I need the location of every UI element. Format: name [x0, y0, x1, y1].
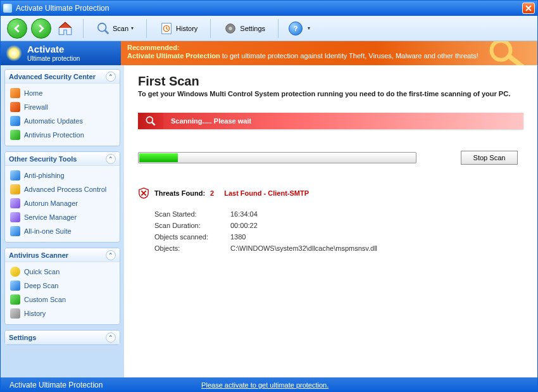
chevron-up-icon: ⌃ [106, 154, 116, 164]
stat-row: Objects:C:\WINDOWS\system32\dllcache\msp… [154, 244, 523, 252]
dropdown-arrow-icon: ▾ [308, 25, 310, 31]
updates-icon [10, 116, 20, 126]
sidebar-item-firewall[interactable]: Firewall [8, 100, 117, 114]
main: Advanced Security Center ⌃ Home Firewall… [1, 65, 537, 377]
progress-fill [139, 153, 178, 162]
content: First Scan To get your Windows Multi Con… [124, 65, 537, 377]
sidebar-item-history[interactable]: History [8, 307, 117, 320]
antivirus-icon [10, 130, 20, 140]
svg-point-4 [229, 27, 233, 30]
magnifier-icon [138, 113, 163, 129]
sidebar-item-home[interactable]: Home [8, 86, 117, 100]
scan-label: Scan [113, 25, 128, 32]
firewall-icon [10, 102, 20, 112]
back-button[interactable] [7, 18, 27, 39]
panel-advanced-security: Advanced Security Center ⌃ Home Firewall… [4, 69, 120, 146]
shield-alert-icon [138, 187, 149, 199]
separator [210, 19, 211, 38]
scanning-banner: Scanning..... Please wait [138, 113, 523, 129]
sidebar-item-label: Custom Scan [24, 296, 66, 303]
activate-message: Recommended: Activate Ultimate Protectio… [121, 41, 537, 65]
stat-value: C:\WINDOWS\system32\dllcache\mspmsnsv.dl… [230, 244, 377, 252]
custom-scan-icon [10, 294, 20, 305]
sidebar-item-autorun-manager[interactable]: Autorun Manager [8, 196, 117, 210]
footer-title: Activate Ultimate Protection [9, 381, 103, 389]
autorun-icon [10, 198, 20, 208]
panel-header[interactable]: Other Security Tools ⌃ [5, 152, 120, 166]
sidebar-item-label: All-in-one Suite [24, 227, 72, 235]
close-button[interactable] [522, 3, 535, 14]
panel-header[interactable]: Settings ⌃ [5, 331, 120, 345]
panel-title: Advanced Security Center [9, 73, 96, 80]
stat-row: Scan Duration:00:00:22 [154, 222, 523, 229]
sidebar-item-label: Automatic Updates [24, 117, 83, 125]
page-subtitle: To get your Windows Multi Control System… [138, 90, 523, 98]
panel-header[interactable]: Antivirus Scanner ⌃ [5, 248, 120, 262]
sidebar-item-antivirus-protection[interactable]: Antivirus Protection [8, 128, 117, 142]
titlebar: Activate Ultimate Protection [1, 1, 537, 16]
sidebar-item-service-manager[interactable]: Service Manager [8, 210, 117, 224]
history-icon [10, 308, 20, 319]
sidebar-item-quick-scan[interactable]: Quick Scan [8, 265, 117, 279]
anti-phishing-icon [10, 170, 20, 180]
home-icon [57, 20, 73, 37]
stat-value: 00:00:22 [230, 222, 258, 229]
sidebar-item-label: Firewall [24, 103, 48, 111]
process-control-icon [10, 184, 20, 194]
sidebar-item-label: Quick Scan [24, 268, 59, 275]
help-button[interactable]: ? [289, 22, 303, 35]
history-label: History [176, 25, 197, 32]
sidebar-item-deep-scan[interactable]: Deep Scan [8, 279, 117, 293]
svg-point-0 [98, 23, 106, 31]
service-manager-icon [10, 212, 20, 222]
stat-label: Scan Duration: [154, 222, 230, 229]
magnifier-icon [96, 22, 110, 35]
chevron-up-icon: ⌃ [106, 332, 116, 343]
sidebar-item-label: Service Manager [24, 213, 77, 221]
sidebar-item-anti-phishing[interactable]: Anti-phishing [8, 168, 117, 182]
panel-title: Settings [9, 334, 36, 341]
forward-button[interactable] [31, 18, 51, 39]
scanning-text: Scanning..... Please wait [171, 117, 251, 125]
chevron-up-icon: ⌃ [106, 72, 116, 82]
scan-button[interactable]: Scan ▾ [91, 19, 139, 38]
window-title: Activate Ultimate Protection [16, 4, 522, 13]
sidebar-item-label: Advanced Process Control [24, 186, 106, 193]
deep-scan-icon [10, 281, 20, 291]
stop-scan-button[interactable]: Stop Scan [461, 151, 518, 165]
scan-stats: Scan Started:16:34:04 Scan Duration:00:0… [154, 210, 523, 252]
settings-button[interactable]: Settings [218, 19, 270, 38]
last-found: Last Found - Client-SMTP [224, 189, 309, 197]
sidebar-item-label: Antivirus Protection [24, 131, 84, 139]
separator [146, 19, 147, 38]
panel-title: Antivirus Scanner [9, 251, 68, 259]
panel-other-tools: Other Security Tools ⌃ Anti-phishing Adv… [4, 151, 120, 243]
activate-banner: Activate Ultimate protection Recommended… [1, 41, 537, 65]
sidebar-item-all-in-one[interactable]: All-in-one Suite [8, 224, 117, 238]
panel-title: Other Security Tools [9, 155, 77, 163]
footer-activate-link[interactable]: Please activate to get ultimate protecti… [103, 381, 427, 389]
stat-value: 1380 [230, 233, 246, 241]
sidebar-item-automatic-updates[interactable]: Automatic Updates [8, 114, 117, 128]
sidebar-item-label: History [24, 310, 46, 317]
sidebar: Advanced Security Center ⌃ Home Firewall… [1, 65, 124, 377]
dropdown-arrow-icon: ▾ [131, 25, 134, 31]
home-button[interactable] [55, 18, 75, 39]
footer: Activate Ultimate Protection Please acti… [1, 377, 537, 392]
activate-button[interactable]: Activate Ultimate protection [1, 41, 121, 65]
progress-bar [138, 152, 416, 163]
arrow-left-icon [13, 24, 22, 33]
sidebar-item-label: Home [24, 89, 42, 97]
settings-label: Settings [240, 25, 265, 32]
arrow-right-icon [37, 24, 46, 33]
star-icon [6, 45, 22, 61]
recommended-label: Recommended: [127, 44, 531, 52]
panel-antivirus-scanner: Antivirus Scanner ⌃ Quick Scan Deep Scan… [4, 248, 120, 325]
sidebar-item-advanced-process-control[interactable]: Advanced Process Control [8, 182, 117, 196]
page-title: First Scan [138, 74, 523, 89]
separator [83, 19, 84, 38]
sidebar-item-custom-scan[interactable]: Custom Scan [8, 293, 117, 307]
history-button[interactable]: History [154, 19, 203, 38]
stat-label: Objects: [154, 244, 230, 252]
panel-header[interactable]: Advanced Security Center ⌃ [5, 70, 120, 84]
